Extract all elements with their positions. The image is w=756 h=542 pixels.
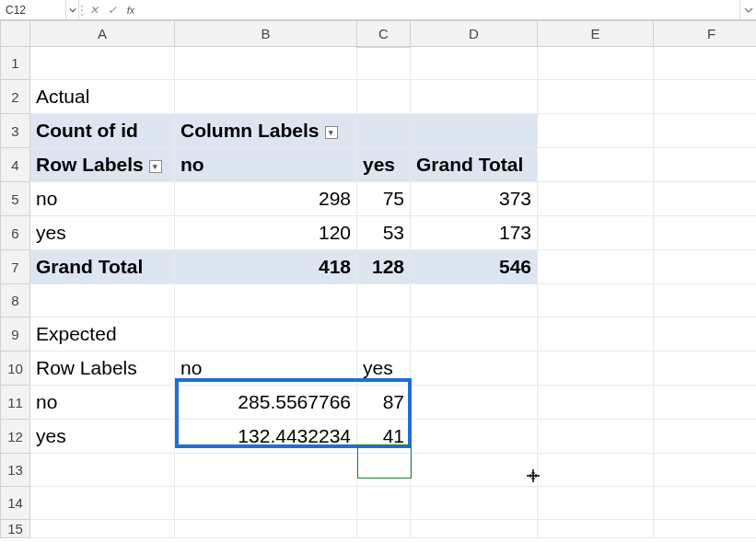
cell-C15[interactable] [357, 520, 411, 538]
expand-formula-bar-icon[interactable] [739, 0, 756, 19]
cell-E15[interactable] [538, 520, 654, 538]
cell-F13[interactable] [654, 454, 757, 487]
cell-A3[interactable]: Count of id [30, 114, 175, 148]
cell-D6[interactable]: 173 [411, 216, 538, 250]
cell-D4[interactable]: Grand Total [411, 148, 538, 182]
cell-C9[interactable] [357, 317, 411, 352]
cell-A2[interactable]: Actual [30, 80, 175, 114]
cell-B12[interactable]: 132.4432234 [175, 420, 357, 454]
column-header-E[interactable]: E [538, 21, 654, 47]
cell-A5[interactable]: no [30, 182, 175, 216]
cell-F14[interactable] [654, 487, 757, 520]
cell-D5[interactable]: 373 [411, 182, 538, 216]
cell-E10[interactable] [538, 352, 654, 386]
cell-C7[interactable]: 128 [357, 250, 411, 284]
row-header-11[interactable]: 11 [1, 386, 30, 420]
cell-E2[interactable] [538, 80, 654, 114]
cell-D14[interactable] [411, 487, 538, 520]
cell-E11[interactable] [538, 386, 654, 420]
cell-E5[interactable] [538, 182, 654, 216]
cell-E8[interactable] [538, 284, 654, 317]
cell-C5[interactable]: 75 [357, 182, 411, 216]
cell-A11[interactable]: no [30, 386, 175, 420]
cell-F6[interactable] [654, 216, 757, 250]
cell-D11[interactable] [411, 386, 538, 420]
cell-D13[interactable] [411, 454, 538, 487]
cell-A10[interactable]: Row Labels [30, 352, 175, 386]
cell-A9[interactable]: Expected [30, 317, 175, 352]
cell-A12[interactable]: yes [30, 420, 175, 454]
cell-D12[interactable] [411, 420, 538, 454]
cell-F2[interactable] [654, 80, 757, 114]
column-header-F[interactable]: F [654, 21, 757, 47]
cell-C3[interactable] [357, 114, 411, 148]
row-filter-icon[interactable]: ▾ [149, 160, 162, 173]
cell-E6[interactable] [538, 216, 654, 250]
cell-D10[interactable] [411, 352, 538, 386]
row-header-15[interactable]: 15 [1, 520, 30, 538]
cell-A1[interactable] [30, 47, 175, 80]
row-header-5[interactable]: 5 [1, 182, 30, 216]
cell-D2[interactable] [411, 80, 538, 114]
cell-C8[interactable] [357, 284, 411, 317]
cell-C12[interactable]: 41 [357, 420, 411, 454]
cell-C2[interactable] [357, 80, 411, 114]
cell-F3[interactable] [654, 114, 757, 148]
cell-D9[interactable] [411, 317, 538, 352]
cell-B7[interactable]: 418 [175, 250, 357, 284]
cell-D3[interactable] [411, 114, 538, 148]
row-header-9[interactable]: 9 [1, 317, 30, 352]
cell-F15[interactable] [654, 520, 757, 538]
cell-F4[interactable] [654, 148, 757, 182]
cell-B3[interactable]: Column Labels▾ [175, 114, 357, 148]
cell-E7[interactable] [538, 250, 654, 284]
row-header-14[interactable]: 14 [1, 487, 30, 520]
cell-E13[interactable] [538, 454, 654, 487]
formula-input[interactable] [140, 0, 739, 19]
cell-E1[interactable] [538, 47, 654, 80]
cell-F1[interactable] [654, 47, 757, 80]
cell-B11[interactable]: 285.5567766 [175, 386, 357, 420]
column-header-D[interactable]: D [411, 21, 538, 47]
cancel-button[interactable]: ✕ [85, 0, 103, 19]
cell-D8[interactable] [411, 284, 538, 317]
row-header-6[interactable]: 6 [1, 216, 30, 250]
cell-C6[interactable]: 53 [357, 216, 411, 250]
cell-C13[interactable] [357, 454, 411, 487]
cell-F12[interactable] [654, 420, 757, 454]
cell-E4[interactable] [538, 148, 654, 182]
name-box[interactable]: C12 [0, 0, 66, 19]
insert-function-button[interactable]: fx [122, 0, 140, 19]
cell-F8[interactable] [654, 284, 757, 317]
select-all-corner[interactable] [1, 21, 30, 47]
cell-B2[interactable] [175, 80, 357, 114]
cell-F10[interactable] [654, 352, 757, 386]
cell-E12[interactable] [538, 420, 654, 454]
cell-F5[interactable] [654, 182, 757, 216]
cell-D15[interactable] [411, 520, 538, 538]
cell-C11[interactable]: 87 [357, 386, 411, 420]
cell-B5[interactable]: 298 [175, 182, 357, 216]
cell-A8[interactable] [30, 284, 175, 317]
cell-F7[interactable] [654, 250, 757, 284]
cell-B14[interactable] [175, 487, 357, 520]
cell-A7[interactable]: Grand Total [30, 250, 175, 284]
cell-C10[interactable]: yes [357, 352, 411, 386]
cell-C14[interactable] [357, 487, 411, 520]
cell-B13[interactable] [175, 454, 357, 487]
row-header-1[interactable]: 1 [1, 47, 30, 80]
cell-A13[interactable] [30, 454, 175, 487]
cell-A14[interactable] [30, 487, 175, 520]
cell-F9[interactable] [654, 317, 757, 352]
cell-E3[interactable] [538, 114, 654, 148]
row-header-13[interactable]: 13 [1, 454, 30, 487]
row-header-3[interactable]: 3 [1, 114, 30, 148]
column-filter-icon[interactable]: ▾ [325, 126, 338, 139]
cell-B4[interactable]: no [175, 148, 357, 182]
row-header-10[interactable]: 10 [1, 352, 30, 386]
row-header-8[interactable]: 8 [1, 284, 30, 317]
cell-B9[interactable] [175, 317, 357, 352]
cell-B15[interactable] [175, 520, 357, 538]
column-header-A[interactable]: A [30, 21, 175, 47]
cell-C4[interactable]: yes [357, 148, 411, 182]
